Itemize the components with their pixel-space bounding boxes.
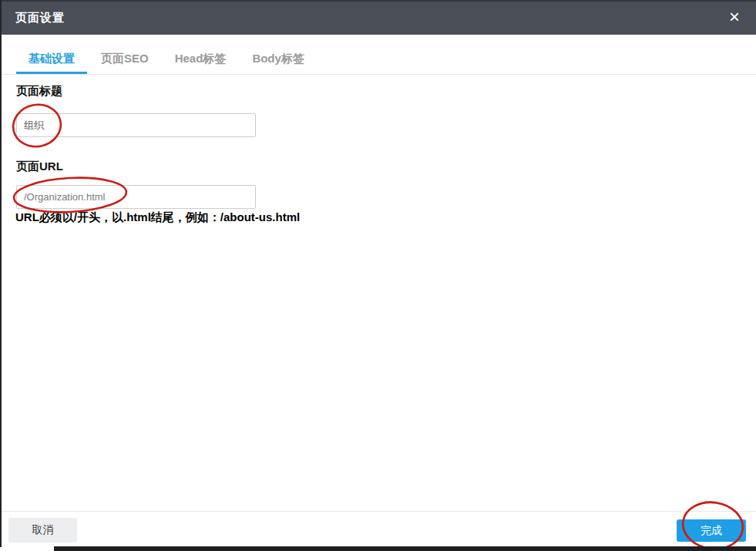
page-title-label: 页面标题 — [16, 84, 62, 99]
dialog-title: 页面设置 — [15, 11, 65, 25]
done-button[interactable]: 完成 — [677, 519, 746, 542]
page-title-input[interactable] — [16, 113, 256, 137]
page-url-input[interactable] — [16, 185, 256, 209]
tab-bar: 基础设置 页面SEO Head标签 Body标签 — [0, 35, 756, 75]
dialog-header: 页面设置 × — [0, 0, 756, 35]
tab-basic-settings[interactable]: 基础设置 — [16, 52, 87, 74]
tab-head-tags[interactable]: Head标签 — [163, 52, 239, 74]
tab-page-seo[interactable]: 页面SEO — [89, 52, 161, 74]
red-pen-annotations — [0, 0, 756, 551]
left-edge-line — [0, 0, 2, 547]
close-icon[interactable]: × — [724, 5, 744, 29]
bottom-dark-bar — [54, 546, 756, 551]
url-format-hint: URL必须以/开头，以.html结尾，例如：/about-us.html — [15, 210, 300, 225]
cancel-button[interactable]: 取消 — [8, 518, 77, 543]
page-settings-dialog: 页面设置 × 基础设置 页面SEO Head标签 Body标签 页面标题 页面U… — [0, 0, 756, 551]
page-url-label: 页面URL — [16, 160, 63, 174]
footer-divider — [0, 511, 756, 512]
tab-body-tags[interactable]: Body标签 — [240, 52, 317, 74]
